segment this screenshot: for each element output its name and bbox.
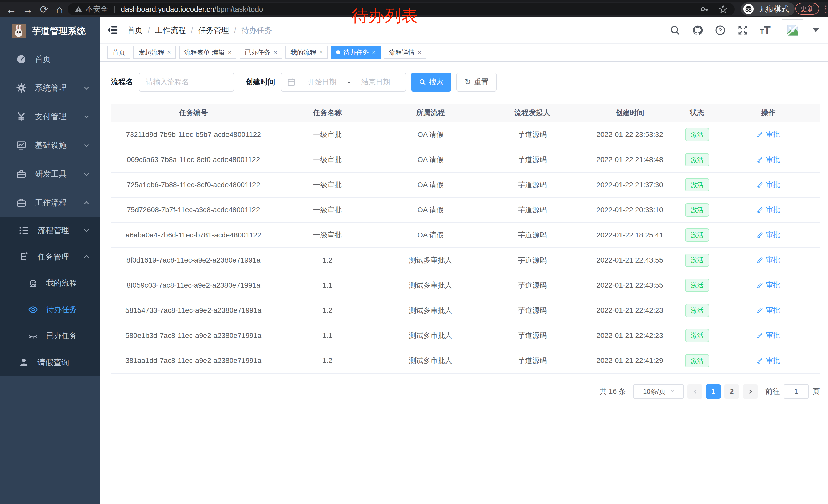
- incognito-label: 无痕模式: [758, 4, 789, 14]
- table-cell: 2022-01-21 22:42:23: [582, 298, 677, 323]
- search-icon[interactable]: [669, 25, 681, 36]
- table-cell: 725a1eb6-7b88-11ec-8ef0-acde48001122: [111, 172, 276, 197]
- pen-icon: [756, 231, 763, 238]
- home-icon[interactable]: ⌂: [52, 2, 67, 17]
- sidebar-item-我的流程[interactable]: 我的流程: [0, 270, 100, 296]
- tab-首页[interactable]: 首页: [107, 46, 130, 59]
- end-date-placeholder[interactable]: 结束日期: [352, 77, 400, 87]
- sidebar-item-基础设施[interactable]: 基础设施: [0, 131, 100, 160]
- table-cell: 2022-01-21 22:43:55: [582, 273, 677, 298]
- approve-link[interactable]: 审批: [756, 280, 780, 290]
- page-button-1[interactable]: 1: [706, 384, 721, 399]
- process-name-input[interactable]: [146, 78, 227, 86]
- key-icon[interactable]: [700, 5, 709, 14]
- search-button[interactable]: 搜索: [411, 73, 451, 92]
- next-page-button[interactable]: [743, 384, 758, 399]
- fullscreen-icon[interactable]: [737, 25, 748, 36]
- sidebar-item-label: 工作流程: [35, 197, 67, 208]
- pen-icon: [756, 181, 763, 188]
- sidebar-item-流程管理[interactable]: 流程管理: [0, 217, 100, 243]
- reload-icon[interactable]: ⟳: [37, 2, 51, 17]
- approve-link[interactable]: 审批: [756, 255, 780, 265]
- prev-page-button[interactable]: [688, 384, 702, 399]
- table-row: a6aba0a4-7b6d-11ec-b781-acde48001122一级审批…: [111, 223, 820, 248]
- column-header-流程发起人: 流程发起人: [482, 103, 582, 122]
- avatar-dropdown-icon[interactable]: [813, 29, 819, 32]
- back-icon[interactable]: ←: [4, 2, 18, 17]
- sidebar-item-研发工具[interactable]: 研发工具: [0, 160, 100, 188]
- calendar-icon: [287, 78, 296, 86]
- approve-link[interactable]: 审批: [756, 356, 780, 365]
- app-logo[interactable]: 芋道管理系统: [0, 17, 100, 45]
- avatar[interactable]: [782, 19, 803, 41]
- date-range-picker[interactable]: 开始日期 - 结束日期: [281, 73, 406, 92]
- monitor-icon: [16, 140, 27, 151]
- table-cell: 2022-01-21 22:41:29: [582, 348, 677, 373]
- page-suffix: 页: [813, 386, 820, 396]
- tab-待办任务[interactable]: 待办任务×: [331, 46, 381, 59]
- tab-已办任务[interactable]: 已办任务×: [240, 46, 282, 59]
- table-cell: 芋道源码: [482, 172, 582, 197]
- sidebar-item-已办任务[interactable]: 已办任务: [0, 323, 100, 349]
- goto-page-input[interactable]: [784, 384, 809, 399]
- close-icon[interactable]: ×: [167, 49, 171, 56]
- refresh-icon: ↻: [464, 78, 471, 86]
- table-cell-action: 审批: [717, 122, 820, 147]
- sidebar-item-系统管理[interactable]: 系统管理: [0, 74, 100, 102]
- page-size-select[interactable]: 10条/页: [633, 384, 684, 399]
- approve-label: 审批: [766, 255, 780, 265]
- svg-text:?: ?: [719, 27, 722, 34]
- status-badge: 激活: [685, 153, 709, 166]
- approve-link[interactable]: 审批: [756, 130, 780, 139]
- close-icon[interactable]: ×: [372, 49, 376, 56]
- sidebar-item-label: 任务管理: [37, 251, 69, 262]
- star-icon[interactable]: [718, 4, 728, 14]
- tab-发起流程[interactable]: 发起流程×: [133, 46, 176, 59]
- sidebar-item-请假查询[interactable]: 请假查询: [0, 349, 100, 375]
- process-name-label: 流程名: [111, 77, 133, 87]
- column-header-所属流程: 所属流程: [379, 103, 483, 122]
- reset-button[interactable]: ↻ 重置: [456, 73, 497, 92]
- approve-link[interactable]: 审批: [756, 305, 780, 315]
- table-cell: OA 请假: [379, 197, 483, 223]
- breadcrumb-workflow[interactable]: 工作流程: [155, 25, 186, 36]
- sidebar-toggle-icon[interactable]: [107, 25, 119, 36]
- close-icon[interactable]: ×: [418, 49, 421, 56]
- close-icon[interactable]: ×: [274, 49, 277, 56]
- page-button-2[interactable]: 2: [724, 384, 739, 399]
- workflow-submenu: 流程管理任务管理我的流程待办任务已办任务请假查询: [0, 217, 100, 375]
- approve-link[interactable]: 审批: [756, 230, 780, 240]
- github-icon[interactable]: [692, 25, 703, 36]
- approve-link[interactable]: 审批: [756, 180, 780, 189]
- sidebar-item-任务管理[interactable]: 任务管理: [0, 243, 100, 270]
- approve-link[interactable]: 审批: [756, 205, 780, 215]
- font-size-icon[interactable]: TT: [760, 25, 771, 36]
- tab-流程详情[interactable]: 流程详情×: [384, 46, 426, 59]
- url-host: dashboard.yudao.iocoder.cn: [121, 5, 214, 13]
- close-icon[interactable]: ×: [228, 49, 232, 56]
- process-name-input-box[interactable]: [139, 73, 234, 92]
- table-cell: 芋道源码: [482, 248, 582, 273]
- table-row: 580e1b3d-7ac8-11ec-a9e2-a2380e71991a1.1测…: [111, 323, 820, 348]
- breadcrumb-home[interactable]: 首页: [127, 25, 142, 36]
- table-cell: OA 请假: [379, 172, 483, 197]
- forward-icon[interactable]: →: [20, 2, 35, 17]
- table-header-row: 任务编号任务名称所属流程流程发起人创建时间状态操作: [111, 103, 820, 122]
- sidebar-item-工作流程[interactable]: 工作流程: [0, 188, 100, 217]
- sidebar-item-首页[interactable]: 首页: [0, 45, 100, 74]
- close-icon[interactable]: ×: [319, 49, 323, 56]
- browser-menu-icon[interactable]: ⋮: [822, 3, 828, 15]
- table-cell: 2022-01-21 22:43:55: [582, 248, 677, 273]
- approve-link[interactable]: 审批: [756, 154, 780, 164]
- breadcrumb-task-mgmt[interactable]: 任务管理: [198, 25, 229, 36]
- tab-我的流程[interactable]: 我的流程×: [285, 46, 328, 59]
- help-icon[interactable]: ?: [715, 25, 726, 36]
- create-time-label: 创建时间: [245, 77, 275, 87]
- approve-label: 审批: [766, 230, 780, 240]
- sidebar-item-待办任务[interactable]: 待办任务: [0, 296, 100, 323]
- approve-link[interactable]: 审批: [756, 330, 780, 340]
- update-button[interactable]: 更新: [795, 3, 819, 15]
- tab-流程表单-编辑[interactable]: 流程表单-编辑×: [179, 46, 237, 59]
- start-date-placeholder[interactable]: 开始日期: [298, 77, 346, 87]
- sidebar-item-支付管理[interactable]: 支付管理: [0, 102, 100, 131]
